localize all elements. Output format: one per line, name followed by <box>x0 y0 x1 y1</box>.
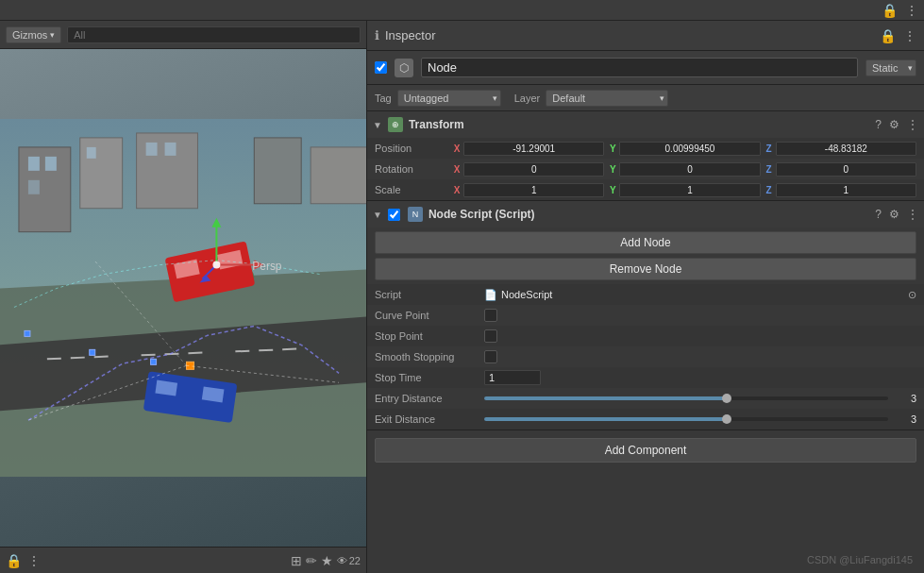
smooth-stopping-row: Smooth Stopping <box>367 346 924 367</box>
rot-x-input[interactable] <box>463 162 604 177</box>
pos-z-input[interactable] <box>776 142 916 156</box>
rot-y-label: Y <box>606 164 619 175</box>
lock-scene-icon[interactable]: 🔒 <box>6 553 22 568</box>
inspector-scroll[interactable]: ⬡ Static Tag Untagged Respawn Finish <box>367 51 924 573</box>
exit-distance-row: Exit Distance 3 <box>367 409 924 430</box>
pos-x-field: X <box>450 142 604 156</box>
transform-help-icon[interactable]: ? <box>875 118 882 131</box>
curve-point-row: Curve Point <box>367 305 924 326</box>
stop-time-input[interactable] <box>484 370 541 385</box>
top-bar: 🔒 ⋮ <box>0 0 924 21</box>
rotation-xyz: X Y Z <box>450 162 916 177</box>
add-component-button[interactable]: Add Component <box>375 438 916 463</box>
gizmos-label: Gizmos <box>12 29 47 41</box>
pos-x-input[interactable] <box>463 142 604 156</box>
svg-rect-8 <box>45 157 57 171</box>
rot-x-field: X <box>450 162 604 177</box>
svg-rect-16 <box>311 147 366 204</box>
top-bar-right: 🔒 ⋮ <box>367 3 924 18</box>
tag-label: Tag <box>375 93 392 104</box>
node-script-help-icon[interactable]: ? <box>875 208 882 221</box>
scale-z-input[interactable] <box>776 183 916 197</box>
transform-settings-icon[interactable]: ⚙ <box>889 118 899 131</box>
node-script-header[interactable]: ▼ N Node Script (Script) ? ⚙ ⋮ <box>367 201 924 228</box>
exit-distance-track[interactable] <box>484 417 888 421</box>
scene-background: Persp <box>0 49 366 547</box>
remove-node-button[interactable]: Remove Node <box>375 258 916 280</box>
add-component-row: Add Component <box>367 430 924 470</box>
svg-rect-9 <box>28 180 40 194</box>
menu-icon[interactable]: ⋮ <box>905 3 918 18</box>
exit-distance-thumb[interactable] <box>722 414 731 424</box>
position-xyz: X Y Z <box>450 142 916 156</box>
script-value: 📄 NodeScript ⊙ <box>484 289 916 301</box>
scale-y-field: Y <box>606 183 760 197</box>
scene-search-input[interactable] <box>67 26 361 43</box>
scene-svg: Persp <box>0 49 366 547</box>
entry-distance-label: Entry Distance <box>375 393 479 404</box>
scale-x-input[interactable] <box>463 183 604 197</box>
scene-viewport: Persp <box>0 49 366 547</box>
inspector-menu-icon[interactable]: ⋮ <box>903 28 916 43</box>
node-script-section: ▼ N Node Script (Script) ? ⚙ ⋮ Add Node … <box>367 201 924 430</box>
smooth-stopping-checkbox[interactable] <box>484 350 497 363</box>
scale-x-label: X <box>450 185 463 195</box>
scale-row: Scale X Y Z <box>367 179 924 200</box>
svg-rect-27 <box>90 349 95 355</box>
menu-scene-icon[interactable]: ⋮ <box>27 553 41 568</box>
gizmos-button[interactable]: Gizmos ▾ <box>6 26 61 43</box>
rot-z-input[interactable] <box>776 162 916 177</box>
transform-arrow-icon: ▼ <box>373 120 382 130</box>
tag-dropdown-wrapper: Untagged Respawn Finish <box>397 90 501 107</box>
gizmos-chevron-icon: ▾ <box>50 30 55 40</box>
script-file-icon: 📄 <box>484 289 497 301</box>
pos-y-field: Y <box>606 142 760 156</box>
brush-icon[interactable]: ✏ <box>306 553 317 568</box>
transform-section-header[interactable]: ▼ ⊕ Transform ? ⚙ ⋮ <box>367 111 924 138</box>
node-script-settings-icon[interactable]: ⚙ <box>889 208 899 221</box>
inspector-lock-icon[interactable]: 🔒 <box>880 28 896 43</box>
stop-time-row: Stop Time <box>367 367 924 388</box>
star-icon[interactable]: ★ <box>321 553 333 568</box>
entry-distance-track[interactable] <box>484 396 888 400</box>
svg-rect-26 <box>25 330 30 336</box>
stop-point-checkbox[interactable] <box>484 329 497 343</box>
node-script-actions: ? ⚙ ⋮ <box>875 208 918 221</box>
script-link-icon[interactable]: ⊙ <box>908 289 916 301</box>
entry-distance-thumb[interactable] <box>722 394 731 403</box>
svg-rect-13 <box>146 143 158 156</box>
object-name-input[interactable] <box>421 58 858 77</box>
main-content: Gizmos ▾ <box>0 21 924 573</box>
pos-x-label: X <box>450 143 463 154</box>
exit-distance-value: 3 <box>894 413 916 425</box>
script-name: NodeScript <box>501 289 552 300</box>
scale-y-input[interactable] <box>619 183 760 197</box>
curve-point-checkbox[interactable] <box>484 309 497 322</box>
scene-toolbar: Gizmos ▾ <box>0 21 366 49</box>
rot-z-field: Z <box>763 162 916 177</box>
node-script-title: Node Script (Script) <box>428 208 869 221</box>
pos-y-input[interactable] <box>619 142 760 156</box>
layer-dropdown[interactable]: Default TransparentFX UI <box>546 90 668 107</box>
svg-rect-11 <box>87 147 96 159</box>
node-script-active-checkbox[interactable] <box>388 209 400 221</box>
transform-menu-icon[interactable]: ⋮ <box>907 118 918 131</box>
svg-rect-6 <box>19 147 71 232</box>
eye-icon: 👁 <box>337 555 347 566</box>
inspector-header-icons: 🔒 ⋮ <box>880 28 916 43</box>
inspector-panel: ℹ Inspector 🔒 ⋮ ⬡ Static Tag <box>367 21 924 573</box>
stop-point-label: Stop Point <box>375 330 479 342</box>
grid-icon[interactable]: ⊞ <box>291 553 302 568</box>
static-dropdown[interactable]: Static <box>865 59 916 76</box>
scale-y-label: Y <box>606 185 619 195</box>
node-script-menu-icon[interactable]: ⋮ <box>907 208 918 221</box>
add-node-button[interactable]: Add Node <box>375 231 916 254</box>
tag-dropdown[interactable]: Untagged Respawn Finish <box>397 90 501 107</box>
svg-rect-28 <box>151 359 157 364</box>
lock-icon[interactable]: 🔒 <box>882 3 898 18</box>
scale-z-field: Z <box>763 183 916 197</box>
layer-count: 👁 22 <box>337 555 361 566</box>
scene-bottom-right: ⊞ ✏ ★ 👁 22 <box>291 553 361 568</box>
rot-y-input[interactable] <box>619 162 760 177</box>
active-checkbox[interactable] <box>375 61 387 74</box>
